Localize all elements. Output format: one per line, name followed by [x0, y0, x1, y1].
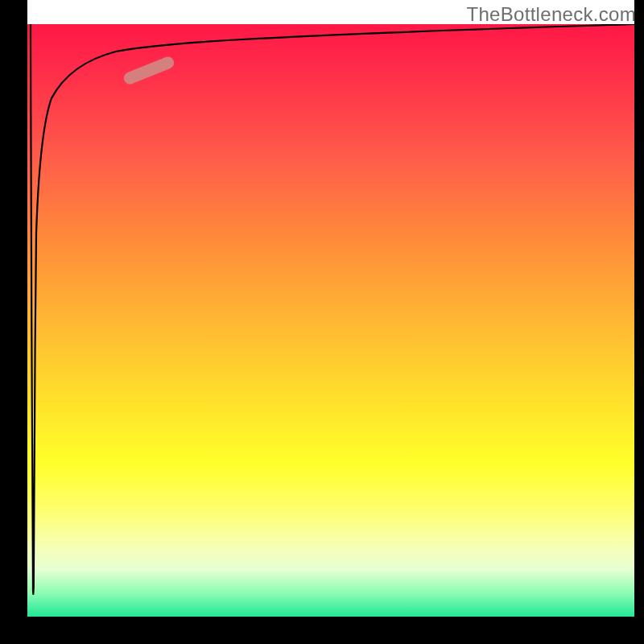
- axis-bottom: [0, 617, 644, 644]
- chart-stage: TheBottleneck.com: [0, 0, 644, 644]
- curve-svg: [27, 24, 634, 617]
- curve-path: [31, 24, 634, 594]
- attribution-text: TheBottleneck.com: [466, 3, 636, 26]
- axis-left: [0, 0, 27, 644]
- plot-area: [27, 24, 634, 617]
- frame-right: [634, 0, 644, 644]
